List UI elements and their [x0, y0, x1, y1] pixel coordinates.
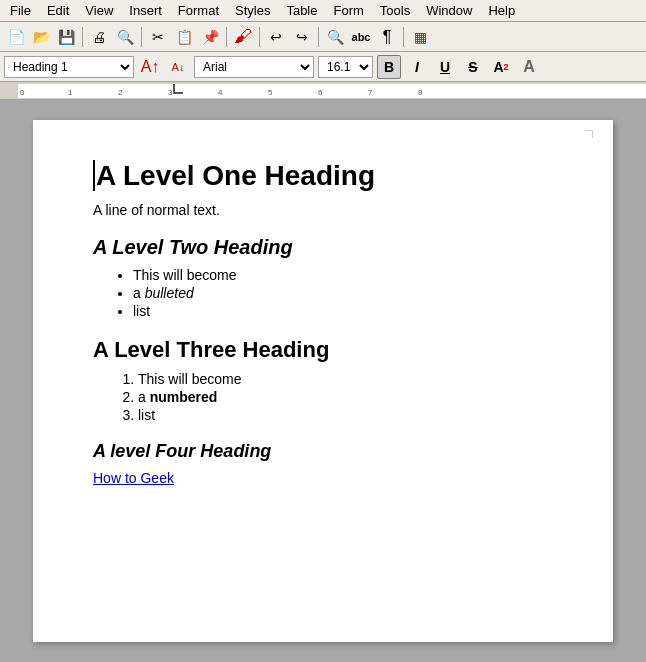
menu-insert[interactable]: Insert — [121, 1, 170, 20]
bulleted-list: This will become a bulleted list — [133, 267, 553, 319]
menu-help[interactable]: Help — [480, 1, 523, 20]
toolbar2: Heading 1 A↑ A↓ Arial 16.1 B I U S A2 A — [0, 52, 646, 82]
italic-button[interactable]: I — [405, 55, 429, 79]
find-button[interactable]: 🔍 — [323, 25, 347, 49]
paste-button[interactable]: 📌 — [198, 25, 222, 49]
heading-level-3: A Level Three Heading — [93, 337, 553, 363]
font-color-button[interactable]: A2 — [489, 55, 513, 79]
copy-button[interactable]: 📋 — [172, 25, 196, 49]
document-area[interactable]: A Level One Heading A line of normal tex… — [0, 100, 646, 662]
ruler-inner: 0 1 2 3 4 5 6 7 8 — [18, 84, 646, 98]
page: A Level One Heading A line of normal tex… — [33, 120, 613, 642]
open-button[interactable]: 📂 — [29, 25, 53, 49]
underline-button[interactable]: U — [433, 55, 457, 79]
bold-button[interactable]: B — [377, 55, 401, 79]
separator3 — [226, 27, 227, 47]
list-item: This will become — [138, 371, 553, 387]
char-format-button[interactable]: A — [517, 55, 541, 79]
print-button[interactable]: 🖨 — [87, 25, 111, 49]
format-paint-button[interactable]: 🖌 — [231, 25, 255, 49]
separator2 — [141, 27, 142, 47]
separator6 — [403, 27, 404, 47]
heading-level-2: A Level Two Heading — [93, 236, 553, 259]
separator1 — [82, 27, 83, 47]
menu-file[interactable]: File — [2, 1, 39, 20]
strikethrough-button[interactable]: S — [461, 55, 485, 79]
menu-format[interactable]: Format — [170, 1, 227, 20]
menu-tools[interactable]: Tools — [372, 1, 418, 20]
hyperlink[interactable]: How to Geek — [93, 470, 553, 486]
cut-button[interactable]: ✂ — [146, 25, 170, 49]
save-button[interactable]: 💾 — [54, 25, 78, 49]
new-button[interactable]: 📄 — [4, 25, 28, 49]
grid-button[interactable]: ▦ — [408, 25, 432, 49]
list-item: a bulleted — [133, 285, 553, 301]
paragraph-style-select[interactable]: Heading 1 — [4, 56, 134, 78]
menubar: File Edit View Insert Format Styles Tabl… — [0, 0, 646, 22]
menu-view[interactable]: View — [77, 1, 121, 20]
decrease-font-size[interactable]: A↓ — [166, 55, 190, 79]
normal-paragraph: A line of normal text. — [93, 202, 553, 218]
menu-form[interactable]: Form — [325, 1, 371, 20]
increase-font-size[interactable]: A↑ — [138, 55, 162, 79]
undo-button[interactable]: ↩ — [264, 25, 288, 49]
toolbar1: 📄 📂 💾 🖨 🔍 ✂ 📋 📌 🖌 ↩ ↪ 🔍 abc ¶ ▦ — [0, 22, 646, 52]
heading-level-4: A level Four Heading — [93, 441, 553, 462]
list-item: a numbered — [138, 389, 553, 405]
redo-button[interactable]: ↪ — [290, 25, 314, 49]
spellcheck-button[interactable]: abc — [349, 25, 373, 49]
heading-level-1: A Level One Heading — [93, 160, 553, 192]
pilcrow-button[interactable]: ¶ — [375, 25, 399, 49]
separator5 — [318, 27, 319, 47]
list-item: This will become — [133, 267, 553, 283]
menu-table[interactable]: Table — [278, 1, 325, 20]
menu-edit[interactable]: Edit — [39, 1, 77, 20]
font-size-select[interactable]: 16.1 — [318, 56, 373, 78]
separator4 — [259, 27, 260, 47]
menu-styles[interactable]: Styles — [227, 1, 278, 20]
numbered-list: This will become a numbered list — [138, 371, 553, 423]
list-item: list — [138, 407, 553, 423]
ruler: 0 1 2 3 4 5 6 7 8 — [0, 82, 646, 100]
menu-window[interactable]: Window — [418, 1, 480, 20]
preview-button[interactable]: 🔍 — [113, 25, 137, 49]
font-select[interactable]: Arial — [194, 56, 314, 78]
text-cursor — [93, 160, 95, 191]
list-item: list — [133, 303, 553, 319]
